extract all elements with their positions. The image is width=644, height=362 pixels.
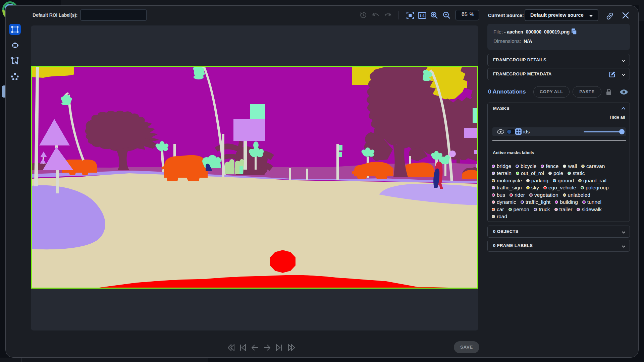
svg-text:1:1: 1:1: [420, 14, 425, 18]
